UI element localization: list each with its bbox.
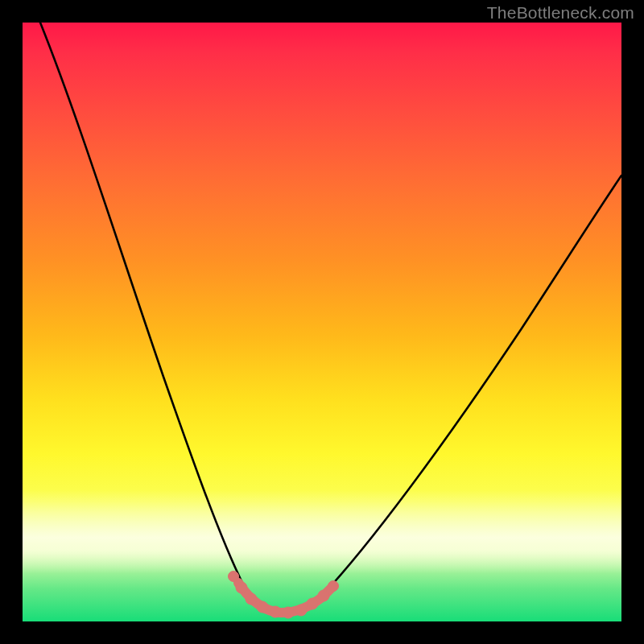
watermark-text: TheBottleneck.com: [487, 3, 634, 23]
valley-dot: [295, 605, 307, 616]
valley-dot: [328, 581, 339, 592]
valley-dot: [307, 598, 318, 609]
bottleneck-curve-svg: [23, 23, 621, 621]
valley-dot: [229, 572, 239, 582]
plot-area: [23, 23, 621, 621]
valley-marker-group: [229, 572, 339, 619]
bottleneck-curve-path: [40, 23, 621, 613]
valley-dot: [270, 606, 281, 617]
valley-dot: [257, 601, 268, 613]
valley-dot: [318, 590, 329, 601]
valley-dot: [236, 582, 247, 593]
valley-dot: [283, 607, 294, 618]
chart-frame: TheBottleneck.com: [0, 0, 644, 644]
valley-dot: [246, 593, 257, 605]
